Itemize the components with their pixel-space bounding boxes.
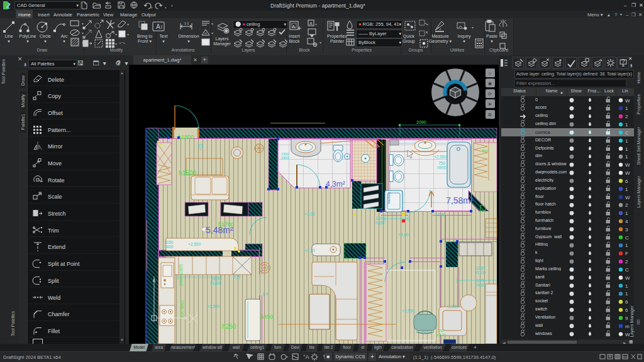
- svg-text:▾: ▾: [171, 4, 173, 8]
- svg-text:+3,00: +3,00: [304, 212, 315, 216]
- svg-text:C: C: [625, 130, 629, 136]
- svg-text:9: 9: [625, 315, 628, 321]
- svg-text:◉: ◉: [488, 81, 492, 85]
- svg-text:°A: °A: [303, 354, 309, 360]
- svg-text:➤: ➤: [488, 102, 492, 106]
- svg-text:h2,70: h2,70: [436, 333, 447, 337]
- svg-text:▾: ▾: [211, 22, 213, 26]
- svg-text:⚙: ⚙: [488, 112, 492, 117]
- svg-text:1: 1: [625, 211, 628, 216]
- svg-text:1: 1: [625, 138, 628, 144]
- svg-text:A: A: [309, 21, 313, 26]
- svg-text:▾: ▾: [127, 33, 129, 36]
- svg-text:▾: ▾: [319, 41, 321, 45]
- svg-text:W: W: [625, 162, 630, 168]
- svg-text:F: F: [625, 251, 628, 256]
- svg-text:1: 1: [625, 106, 628, 111]
- svg-text:600 h900: 600 h900: [180, 300, 184, 317]
- svg-text:6: 6: [625, 178, 628, 184]
- svg-text:975: 975: [233, 275, 240, 279]
- svg-text:⌂: ⌂: [489, 71, 491, 75]
- svg-text:7,58m²: 7,58m²: [446, 195, 474, 206]
- svg-text:A: A: [292, 24, 296, 30]
- svg-text:h1800: h1800: [210, 281, 221, 285]
- svg-text:W: W: [625, 195, 630, 200]
- svg-text:+2,550: +2,550: [446, 304, 458, 309]
- svg-text:1: 1: [625, 146, 628, 152]
- svg-text:1-1: 1-1: [184, 21, 189, 25]
- svg-text:h900: h900: [437, 165, 447, 170]
- svg-text:4: 4: [625, 219, 628, 224]
- svg-text:h1100: h1100: [475, 270, 486, 275]
- svg-text:▾: ▾: [115, 42, 117, 46]
- svg-text:1: 1: [625, 291, 628, 297]
- svg-text:1: 1: [625, 154, 628, 160]
- svg-text:+2,550: +2,550: [434, 155, 447, 159]
- svg-text:750: 750: [438, 161, 445, 165]
- svg-text:1: 1: [625, 283, 628, 289]
- svg-text:+3,60: +3,60: [435, 212, 446, 217]
- svg-text:oo: oo: [375, 145, 379, 148]
- svg-text:4,3m²: 4,3m²: [326, 180, 345, 189]
- svg-text:1: 1: [625, 187, 628, 192]
- svg-text:2090: 2090: [416, 120, 426, 124]
- svg-text:▾: ▾: [82, 31, 84, 35]
- svg-text:▾: ▾: [127, 23, 129, 26]
- svg-text:▾: ▾: [211, 31, 213, 35]
- svg-text:h400: h400: [164, 244, 174, 249]
- svg-text:W: W: [625, 275, 630, 281]
- svg-text:240: 240: [438, 329, 445, 332]
- svg-text:▾: ▾: [472, 26, 474, 30]
- svg-text:6: 6: [625, 299, 628, 305]
- svg-text:3: 3: [625, 227, 628, 233]
- svg-text:1050: 1050: [476, 266, 486, 270]
- svg-text:C: C: [625, 235, 629, 241]
- svg-text:5,48m²: 5,48m²: [206, 225, 233, 235]
- svg-text:▾: ▾: [165, 6, 167, 9]
- svg-text:h900: h900: [281, 156, 289, 160]
- svg-text:h1500: h1500: [179, 170, 196, 177]
- svg-text:A: A: [156, 23, 160, 30]
- svg-text:m: m: [625, 324, 630, 329]
- svg-text:h250: h250: [222, 323, 236, 330]
- svg-text:+2,550: +2,550: [188, 242, 201, 246]
- svg-text:▾: ▾: [82, 22, 84, 26]
- svg-text:1300: 1300: [476, 278, 486, 283]
- svg-text:C: C: [625, 267, 629, 273]
- svg-text:1: 1: [625, 122, 628, 128]
- svg-text:h350: h350: [375, 221, 385, 225]
- svg-text:h450: h450: [260, 314, 273, 320]
- svg-text:+3,10: +3,10: [304, 248, 315, 253]
- svg-text:2: 2: [625, 114, 628, 119]
- svg-text:Washing: Washing: [387, 192, 391, 204]
- svg-text:1050: 1050: [164, 240, 174, 244]
- svg-text:“¯”: “¯”: [119, 42, 125, 47]
- svg-text:1495: 1495: [375, 216, 385, 221]
- svg-text:2: 2: [625, 259, 628, 265]
- svg-text:h1800: h1800: [178, 134, 194, 140]
- svg-text:W: W: [625, 170, 630, 176]
- svg-text:W: W: [625, 98, 630, 104]
- svg-text:840: 840: [482, 149, 489, 153]
- svg-text:h400: h400: [476, 283, 486, 287]
- svg-text:+3,00: +3,00: [398, 233, 409, 237]
- svg-text:1: 1: [625, 243, 628, 248]
- svg-text:2: 2: [625, 202, 628, 208]
- svg-text:6: 6: [625, 307, 628, 313]
- svg-text:+2,560: +2,560: [207, 304, 219, 309]
- svg-text:1,4: 1,4: [262, 292, 268, 296]
- svg-text:▾: ▾: [151, 6, 153, 9]
- svg-text:⟳: ⟳: [488, 92, 492, 96]
- svg-text:▾: ▾: [115, 33, 117, 36]
- svg-text:+2,550: +2,550: [402, 309, 414, 313]
- svg-text:1800 h1800: 1800 h1800: [179, 264, 183, 286]
